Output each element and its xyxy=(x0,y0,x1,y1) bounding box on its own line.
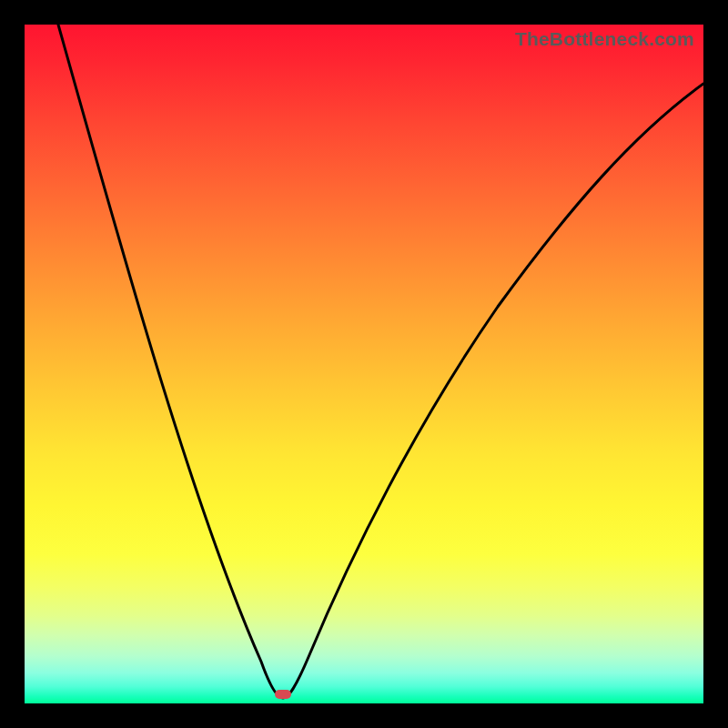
plot-area: TheBottleneck.com xyxy=(25,25,703,703)
optimal-point-marker xyxy=(275,690,291,699)
chart-frame: TheBottleneck.com xyxy=(0,0,728,728)
curve-path xyxy=(58,25,703,698)
bottleneck-curve xyxy=(25,25,703,703)
